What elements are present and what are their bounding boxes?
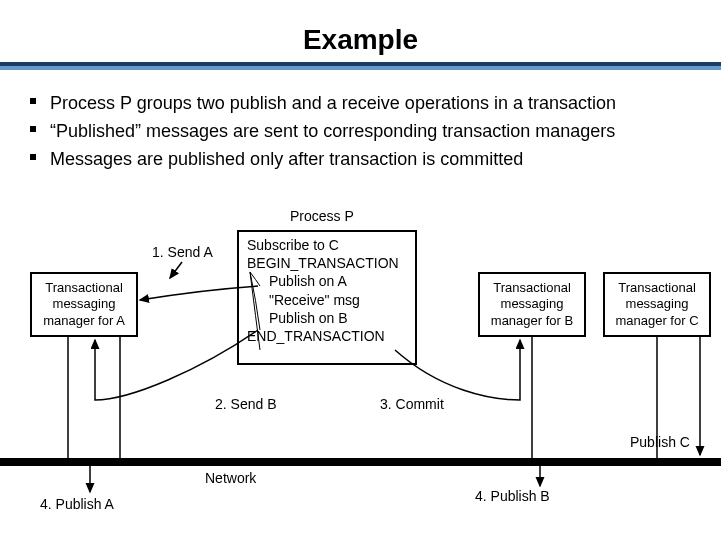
bullet-marker-icon — [30, 154, 36, 160]
bullet-text: Messages are published only after transa… — [50, 146, 690, 172]
box-process-p: Subscribe to C BEGIN_TRANSACTION Publish… — [237, 230, 417, 365]
label-commit: 3. Commit — [380, 396, 444, 412]
label-send-b: 2. Send B — [215, 396, 277, 412]
bullet-item: Messages are published only after transa… — [30, 146, 690, 172]
slide: Example Process P groups two publish and… — [0, 0, 721, 541]
procP-receive: "Receive" msg — [269, 291, 407, 309]
diagram: Subscribe to C BEGIN_TRANSACTION Publish… — [0, 200, 721, 530]
svg-line-0 — [170, 262, 182, 278]
procP-publish-a: Publish on A — [269, 272, 407, 290]
label-publish-b: 4. Publish B — [475, 488, 550, 504]
label-publish-a: 4. Publish A — [40, 496, 114, 512]
bullet-text: Process P groups two publish and a recei… — [50, 90, 690, 116]
bullet-item: “Published” messages are sent to corresp… — [30, 118, 690, 144]
procP-end: END_TRANSACTION — [247, 327, 407, 345]
procP-begin: BEGIN_TRANSACTION — [247, 254, 407, 272]
box-manager-a: Transactional messaging manager for A — [30, 272, 138, 337]
procP-subscribe: Subscribe to C — [247, 236, 407, 254]
label-publish-c: Publish C — [630, 434, 690, 450]
box-manager-b: Transactional messaging manager for B — [478, 272, 586, 337]
label-network: Network — [205, 470, 256, 486]
label-process-p: Process P — [290, 208, 354, 224]
procP-publish-b: Publish on B — [269, 309, 407, 327]
network-bar — [0, 458, 721, 466]
slide-title: Example — [0, 24, 721, 56]
bullet-list: Process P groups two publish and a recei… — [30, 90, 690, 174]
bullet-item: Process P groups two publish and a recei… — [30, 90, 690, 116]
bullet-marker-icon — [30, 126, 36, 132]
bullet-marker-icon — [30, 98, 36, 104]
title-rule-light — [0, 66, 721, 70]
bullet-text: “Published” messages are sent to corresp… — [50, 118, 690, 144]
box-manager-c: Transactional messaging manager for C — [603, 272, 711, 337]
label-send-a: 1. Send A — [152, 244, 213, 260]
